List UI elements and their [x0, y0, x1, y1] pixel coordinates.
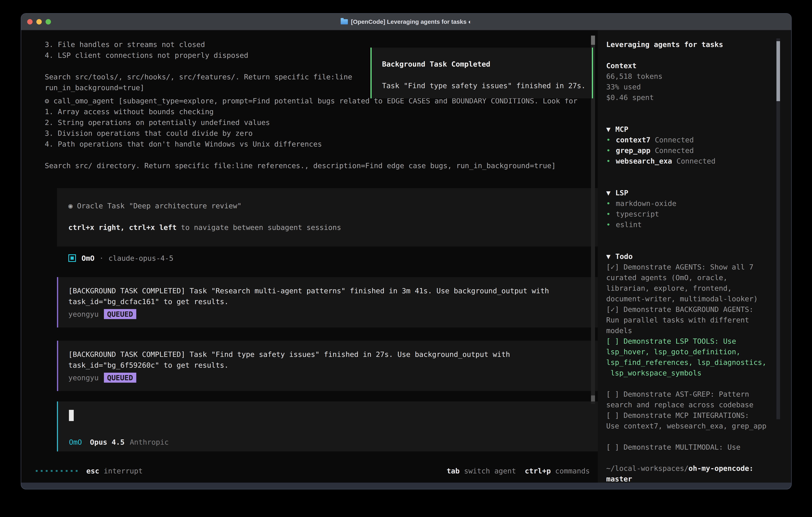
agent-name: OmO: [82, 254, 94, 262]
model-info-row: OmO Opus 4.5 Anthropic: [69, 437, 598, 447]
window-title-wrap: [OpenCode] Leveraging agents for tasks ◐: [341, 19, 472, 25]
todo-section-header[interactable]: ▼Todo: [606, 251, 791, 262]
mcp-item: •context7Connected: [606, 135, 791, 145]
lsp-item: •typescript: [606, 209, 791, 219]
context-tokens: 66,518 tokens: [606, 71, 791, 82]
ctrlp-key-hint: ctrl+p: [525, 467, 551, 475]
task-message-line: [BACKGROUND TASK COMPLETED] Task "Resear…: [68, 285, 598, 296]
todo-line: [ ] Demonstrate LSP TOOLS: Use: [606, 336, 791, 347]
scrollbar-thumb[interactable]: [777, 41, 780, 101]
text-cursor: [69, 410, 74, 421]
omo-agent-icon: [68, 254, 76, 262]
agent-model: claude-opus-4-5: [109, 254, 173, 262]
traffic-lights: [27, 19, 51, 25]
todo-line: [✓] Demonstrate AGENTS: Show all 7: [606, 262, 791, 272]
task-author: yeongyu: [68, 310, 99, 318]
lsp-item: •eslint: [606, 219, 791, 230]
window-title: [OpenCode] Leveraging agents for tasks ◐: [351, 19, 472, 25]
input-model-provider: Anthropic: [130, 438, 169, 446]
context-used: 33% used: [606, 82, 791, 92]
collapse-arrow-icon: ▼: [606, 189, 611, 197]
app-window: [OpenCode] Leveraging agents for tasks ◐…: [21, 13, 792, 489]
workspace-path: ~/local-workspaces/oh-my-opencode:: [606, 463, 791, 473]
spinner-icon: [36, 470, 78, 472]
separator-dot: ·: [99, 254, 104, 262]
minimize-window-button[interactable]: [36, 19, 42, 25]
scrollbar-thumb[interactable]: [591, 35, 595, 45]
toast-body: Task "Find type safety issues" finished …: [382, 80, 592, 91]
status-dot-icon: •: [606, 135, 616, 145]
task-author: yeongyu: [68, 374, 99, 382]
status-badge: QUEUED: [104, 309, 136, 319]
todo-line: [✓] Demonstrate BACKGROUND AGENTS:: [606, 304, 791, 315]
status-dot-icon: •: [606, 209, 616, 219]
lsp-item: •markdown-oxide: [606, 198, 791, 209]
ctrlp-key-label: commands: [555, 467, 590, 475]
status-badge: QUEUED: [104, 373, 136, 383]
task-message-line: task_id="bg_6f59260c" to get results.: [68, 360, 598, 371]
status-dot-icon: •: [606, 145, 616, 156]
tab-key-label: switch agent: [464, 467, 516, 475]
sidebar-scrollbar[interactable]: [777, 38, 780, 419]
todo-line: lsp_find_references, lsp_diagnostics,: [606, 357, 791, 368]
input-agent-name: OmO: [69, 438, 82, 446]
status-bar: esc interrupt tab switch agent ctrl+p co…: [36, 465, 590, 476]
todo-line: document-writer, multimodal-looker): [606, 294, 791, 304]
mcp-section-header[interactable]: ▼MCP: [606, 124, 791, 135]
session-title: Leveraging agents for tasks: [606, 39, 791, 50]
todo-line: Use context7, websearch_exa, grep_app: [606, 420, 791, 431]
context-spent: $0.46 spent: [606, 92, 791, 103]
todo-line: librarian, explore, frontend,: [606, 283, 791, 294]
input-model-name: Opus 4.5: [90, 438, 124, 446]
esc-key-hint: esc: [86, 467, 99, 475]
close-window-button[interactable]: [27, 19, 33, 25]
agent-model-row: OmO · claude-opus-4-5: [68, 253, 598, 264]
tab-key-hint: tab: [446, 467, 460, 475]
titlebar[interactable]: [OpenCode] Leveraging agents for tasks ◐: [21, 13, 791, 30]
hint-text: to navigate between subagent sessions: [177, 223, 341, 232]
tool-call-block: ⚙ call_omo_agent [subagent_type=explore,…: [45, 96, 598, 171]
tool-call-item: 3. Division operations that could divide…: [45, 128, 598, 139]
collapse-arrow-icon: ▼: [606, 252, 611, 261]
status-dot-icon: •: [606, 219, 616, 230]
terminal-pane[interactable]: 3. File handles or streams not closed 4.…: [21, 30, 598, 483]
todo-line: models: [606, 325, 791, 336]
folder-icon: [341, 19, 348, 24]
status-dot-icon: •: [606, 198, 616, 209]
tool-call-tail: Search src/ directory. Return specific f…: [45, 160, 598, 171]
mcp-item: •grep_appConnected: [606, 145, 791, 156]
hint-keys: ctrl+x right, ctrl+x left: [68, 223, 177, 232]
record-icon: ◉: [68, 202, 73, 210]
context-heading: Context: [606, 60, 791, 71]
task-message-line: [BACKGROUND TASK COMPLETED] Task "Find t…: [68, 349, 598, 360]
subagent-nav-hint: ctrl+x right, ctrl+x left to navigate be…: [68, 222, 598, 233]
background-task-message: [BACKGROUND TASK COMPLETED] Task "Find t…: [57, 341, 598, 391]
tool-call-item: 1. Array access without bounds checking: [45, 106, 598, 117]
lsp-section-header[interactable]: ▼LSP: [606, 188, 791, 198]
todo-line: lsp_workspace_symbols: [606, 368, 791, 378]
todo-line: curated agents (OmO, oracle,: [606, 272, 791, 283]
task-message-line: task_id="bg_dcfac161" to get results.: [68, 296, 598, 307]
esc-key-label: interrupt: [104, 467, 143, 475]
oracle-task-panel: ◉ Oracle Task "Deep architecture review"…: [57, 188, 598, 246]
todo-line: search and replace across codebase: [606, 400, 791, 410]
session-sidebar: Leveraging agents for tasks Context 66,5…: [598, 30, 791, 483]
scrollbar-thumb[interactable]: [591, 396, 595, 402]
todo-line: [ ] Demonstrate MCP INTEGRATIONS:: [606, 410, 791, 420]
background-task-toast: Background Task Completed Task "Find typ…: [371, 48, 593, 98]
todo-line: Run parallel tasks with different: [606, 315, 791, 325]
todo-line: lsp_hover, lsp_goto_definition,: [606, 347, 791, 357]
mcp-item: •websearch_exaConnected: [606, 156, 791, 166]
tool-call-item: 4. Path operations that don't handle Win…: [45, 139, 598, 149]
gear-icon: ⚙: [45, 97, 49, 105]
tool-call-item: 2. String operations on potentially unde…: [45, 117, 598, 128]
prompt-input[interactable]: OmO Opus 4.5 Anthropic: [57, 402, 598, 452]
workspace-branch: master: [606, 473, 791, 484]
todo-line: [ ] Demonstrate AST-GREP: Pattern: [606, 389, 791, 400]
zoom-window-button[interactable]: [46, 19, 51, 25]
status-dot-icon: •: [606, 156, 616, 166]
todo-line: [ ] Demonstrate MULTIMODAL: Use: [606, 442, 791, 453]
oracle-task-title: ◉ Oracle Task "Deep architecture review": [68, 200, 598, 211]
collapse-arrow-icon: ▼: [606, 125, 611, 133]
background-task-message: [BACKGROUND TASK COMPLETED] Task "Resear…: [57, 277, 598, 327]
